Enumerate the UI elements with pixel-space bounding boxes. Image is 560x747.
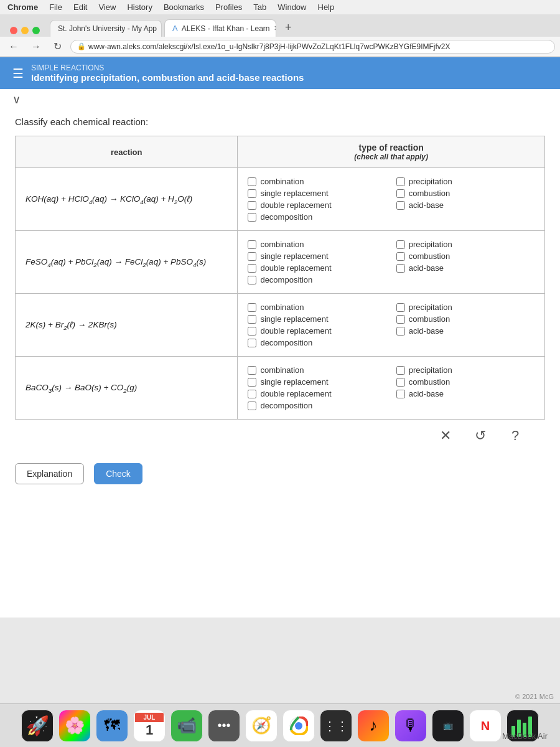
help-action-button[interactable]: ? (504, 425, 526, 447)
menu-tab[interactable]: Tab (253, 2, 266, 12)
check-button[interactable]: Check (94, 463, 142, 484)
option-combustion-3[interactable]: combustion (396, 314, 534, 324)
option-combination-2[interactable]: combination (248, 240, 386, 249)
option-combination-4[interactable]: combination (248, 365, 386, 375)
option-double-3[interactable]: double replacement (248, 326, 386, 336)
option-combustion-2[interactable]: combustion (396, 251, 534, 261)
cb-acid-3[interactable] (396, 327, 405, 336)
table-row: FeSO4(aq) + PbCl2(aq) → FeCl2(aq) + PbSO… (16, 231, 545, 294)
explanation-button[interactable]: Explanation (15, 463, 84, 484)
cb-combustion-4[interactable] (396, 378, 405, 387)
cb-single-4[interactable] (248, 378, 256, 387)
fullscreen-button[interactable] (32, 27, 40, 34)
option-acid-4[interactable]: acid-base (396, 389, 534, 398)
cb-acid-4[interactable] (396, 390, 405, 398)
cb-combustion-1[interactable] (396, 189, 405, 198)
menu-history[interactable]: History (127, 2, 152, 12)
option-combination-1[interactable]: combination (248, 177, 386, 186)
dock-icon-apps[interactable]: ⋮⋮ (320, 710, 352, 742)
dock-icon-calendar[interactable]: JUL 1 (133, 710, 166, 742)
dock-icon-appletv[interactable]: 📺 (432, 710, 464, 742)
cb-decomposition-1[interactable] (248, 213, 256, 222)
new-tab-button[interactable]: + (279, 18, 298, 37)
menu-profiles[interactable]: Profiles (215, 2, 242, 12)
menu-chrome[interactable]: Chrome (7, 2, 38, 12)
dock-icon-chrome[interactable] (282, 710, 315, 742)
collapse-button[interactable]: ∨ (12, 93, 21, 106)
option-precipitation-1[interactable]: precipitation (396, 177, 534, 186)
cb-double-3[interactable] (248, 327, 256, 336)
cb-combination-2[interactable] (248, 240, 256, 249)
cb-precipitation-1[interactable] (396, 177, 405, 186)
dock-icon-podcast[interactable]: 🎙 (394, 710, 427, 742)
dock-icon-safari[interactable]: 🧭 (245, 710, 278, 742)
dock-icon-facetime[interactable]: 📹 (170, 710, 203, 742)
cb-decomposition-3[interactable] (248, 339, 256, 347)
minimize-button[interactable] (21, 27, 29, 34)
cb-acid-1[interactable] (396, 201, 405, 210)
tab-stjohns-close[interactable]: ✕ (161, 25, 162, 33)
close-action-button[interactable]: ✕ (434, 425, 457, 447)
cb-combination-4[interactable] (248, 366, 256, 375)
option-single-4[interactable]: single replacement (248, 377, 386, 387)
option-combustion-4[interactable]: combustion (396, 377, 534, 387)
option-precipitation-3[interactable]: precipitation (396, 303, 534, 312)
dock-icon-music-app[interactable]: ♪ (357, 710, 390, 742)
undo-action-button[interactable]: ↺ (469, 425, 492, 447)
cb-precipitation-2[interactable] (396, 240, 405, 249)
dock-icon-more[interactable]: ••• (208, 710, 240, 742)
menu-edit[interactable]: Edit (73, 2, 87, 12)
cb-combination-3[interactable] (248, 303, 256, 312)
option-double-1[interactable]: double replacement (248, 200, 386, 210)
cb-double-2[interactable] (248, 264, 256, 273)
option-single-1[interactable]: single replacement (248, 189, 386, 198)
cb-combustion-2[interactable] (396, 252, 405, 261)
option-double-4[interactable]: double replacement (248, 389, 386, 398)
dock-icon-photos[interactable]: 🌸 (58, 710, 91, 742)
option-single-2[interactable]: single replacement (248, 251, 386, 261)
back-button[interactable]: ← (5, 40, 22, 54)
cb-single-1[interactable] (248, 189, 256, 198)
option-precipitation-2[interactable]: precipitation (396, 240, 534, 249)
option-double-2[interactable]: double replacement (248, 263, 386, 273)
menu-help[interactable]: Help (318, 2, 335, 12)
forward-button[interactable]: → (27, 40, 45, 54)
options-grid-3: combination precipitation single replace… (248, 303, 534, 347)
tab-aleks[interactable]: A ALEKS - Iffat Khan - Learn ✕ (164, 19, 276, 37)
cb-double-1[interactable] (248, 201, 256, 210)
cb-combustion-3[interactable] (396, 315, 405, 324)
cb-decomposition-4[interactable] (248, 402, 256, 410)
option-acid-3[interactable]: acid-base (396, 326, 534, 336)
cb-precipitation-3[interactable] (396, 303, 405, 312)
address-box[interactable]: 🔒 www-awn.aleks.com/alekscgi/x/Isl.exe/1… (70, 40, 555, 54)
cb-decomposition-2[interactable] (248, 276, 256, 284)
option-decomposition-4[interactable]: decomposition (248, 401, 386, 410)
dock-icon-music[interactable]: 🗺 (96, 710, 128, 742)
option-single-3[interactable]: single replacement (248, 314, 386, 324)
option-acid-1[interactable]: acid-base (396, 200, 534, 210)
option-combination-3[interactable]: combination (248, 303, 386, 312)
menu-bookmarks[interactable]: Bookmarks (164, 2, 204, 12)
close-button[interactable] (10, 27, 17, 34)
tab-stjohns[interactable]: St. John's University - My App ✕ (50, 20, 162, 37)
option-acid-2[interactable]: acid-base (396, 263, 534, 273)
menu-window[interactable]: Window (278, 2, 306, 12)
cb-single-2[interactable] (248, 252, 256, 261)
cb-double-4[interactable] (248, 390, 256, 398)
option-precipitation-4[interactable]: precipitation (396, 365, 534, 375)
hamburger-menu[interactable]: ☰ (12, 66, 24, 81)
cb-acid-2[interactable] (396, 264, 405, 273)
option-combustion-1[interactable]: combustion (396, 189, 534, 198)
menu-view[interactable]: View (98, 2, 116, 12)
dock-icon-news[interactable]: N (469, 710, 502, 742)
reload-button[interactable]: ↻ (50, 39, 65, 54)
cb-precipitation-4[interactable] (396, 366, 405, 375)
dock-icon-rocket[interactable]: 🚀 (21, 710, 54, 742)
menu-file[interactable]: File (49, 2, 62, 12)
option-decomposition-2[interactable]: decomposition (248, 275, 386, 284)
cb-single-3[interactable] (248, 315, 256, 324)
tab-aleks-close[interactable]: ✕ (274, 24, 276, 32)
option-decomposition-1[interactable]: decomposition (248, 212, 386, 222)
cb-combination-1[interactable] (248, 177, 256, 186)
option-decomposition-3[interactable]: decomposition (248, 338, 386, 347)
